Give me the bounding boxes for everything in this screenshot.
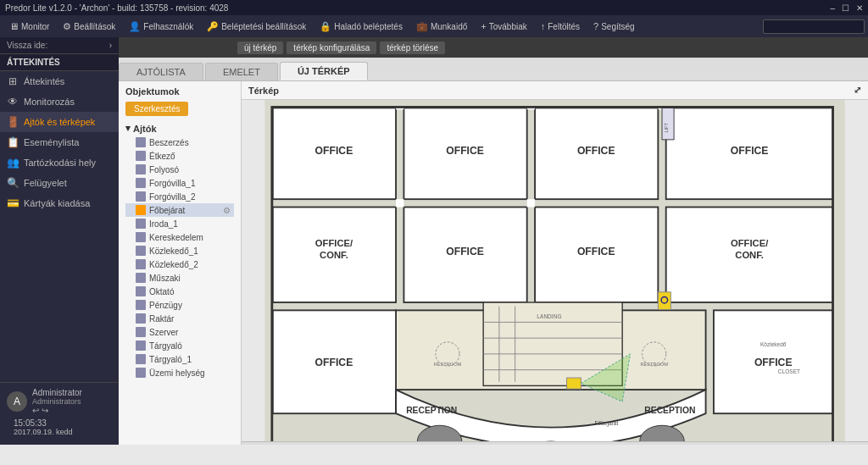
delete-map-button[interactable]: térkép törlése (380, 42, 445, 54)
tree-item-kozlekedo1[interactable]: Közlekedő_1 (125, 244, 234, 257)
date-display: 2017.09.19. kedd (14, 428, 105, 436)
tree-item-iroda1[interactable]: Iroda_1 (125, 217, 234, 230)
tree-item-folyoso[interactable]: Folyosó (125, 163, 234, 176)
tree-item-forgovilla1[interactable]: Forgóvilla_1 (125, 176, 234, 190)
tab-new-map[interactable]: ÚJ TÉRKÉP (280, 62, 368, 80)
main-layout: Vissza ide: › ÁTTEKINTÉS ⊞ Áttekintés 👁 … (0, 37, 868, 445)
door-item-icon (136, 327, 146, 337)
sidebar-item-location[interactable]: 👥 Tartózkodási hely (0, 152, 119, 173)
tree-group-doors: ▾ Ajtók Beszerzés Étkező (119, 119, 241, 381)
search-input[interactable] (763, 19, 865, 34)
minimize-button[interactable]: – (830, 3, 835, 13)
sidebar-item-supervision[interactable]: 🔍 Felügyelet (0, 173, 119, 193)
user-actions: ↩ ↪ (32, 406, 82, 415)
tree-group-label[interactable]: ▾ Ajtók (125, 121, 234, 136)
list-icon: 📋 (7, 136, 19, 148)
close-button[interactable]: ✕ (856, 3, 863, 13)
tree-item-penzugy[interactable]: Pénzügy (125, 298, 234, 312)
tree-item-etkezo[interactable]: Étkező (125, 149, 234, 163)
nav-worktime-label: Munkaidő (431, 22, 467, 31)
tree-item-targyalo1[interactable]: Tárgyaló_1 (125, 352, 234, 366)
nav-users-label: Felhasználók (143, 22, 193, 31)
tree-item-szerver[interactable]: Szerver (125, 325, 234, 339)
tree-item-raktar[interactable]: Raktár (125, 312, 234, 325)
nav-access-settings[interactable]: 🔑 Beléptetési beállítások (201, 19, 312, 34)
zoom-slider[interactable] (793, 445, 861, 446)
svg-text:OFFICE: OFFICE (315, 145, 353, 157)
bottom-bar: Nagyítás: (242, 441, 868, 445)
plus-icon: + (481, 21, 486, 31)
key-icon: 🔑 (207, 21, 219, 32)
avatar: A (7, 391, 27, 412)
door-item-icon (136, 300, 146, 310)
sidebar-item-doors-maps[interactable]: 🚪 Ajtók és térképek (0, 112, 119, 132)
sidebar-label-cards: Kártyák kiadása (24, 198, 90, 208)
tree-item-kereskedelem[interactable]: Kereskedelem (125, 230, 234, 244)
map-canvas[interactable]: LANDING RESTROOM RESTROOM Közlekedő CLOS… (242, 100, 868, 441)
tree-item-uzemi[interactable]: Üzemi helység (125, 366, 234, 379)
sidebar-item-monitoring[interactable]: 👁 Monitorozás (0, 91, 119, 112)
lock-icon: 🔒 (320, 21, 331, 32)
nav-advanced-label: Haladó beléptetés (334, 22, 403, 31)
nav-upload[interactable]: ↑ Feltöltés (535, 19, 586, 33)
nav-access-label: Beléptetési beállítások (221, 22, 306, 31)
edit-button[interactable]: Szerkesztés (125, 102, 188, 116)
svg-text:OFFICE: OFFICE (577, 145, 615, 157)
users-icon: 👤 (129, 21, 141, 32)
tree-item-oktato[interactable]: Oktató (125, 285, 234, 298)
nav-more[interactable]: + Továbbiak (475, 19, 532, 33)
svg-text:CLOSET: CLOSET (778, 368, 800, 374)
tree-item-kozlekedo2[interactable]: Közlekedő_2 (125, 257, 234, 271)
door-item-icon (136, 219, 146, 229)
tree-item-targyalo[interactable]: Tárgyaló (125, 339, 234, 352)
svg-text:OFFICE: OFFICE (731, 145, 769, 157)
tree-item-muszaki[interactable]: Műszaki (125, 271, 234, 285)
door-item-icon (136, 191, 146, 202)
nav-help[interactable]: ? Segítség (587, 19, 641, 33)
tab-door-list[interactable]: AJTÓLISTA (119, 63, 203, 80)
monitor-icon: 🖥 (9, 21, 19, 31)
nav-users[interactable]: 👤 Felhasználók (123, 19, 199, 34)
sidebar-item-events[interactable]: 📋 Eseménylista (0, 132, 119, 152)
expand-icon[interactable]: ⤢ (854, 85, 861, 96)
tree-item-fobejarat[interactable]: Főbejárat ⚙ (125, 203, 234, 217)
sidebar-back[interactable]: Vissza ide: › (0, 37, 119, 54)
svg-text:Főbejárat: Főbejárat (595, 420, 619, 427)
sidebar-label-overview: Áttekintés (24, 76, 64, 86)
worktime-icon: 💼 (416, 21, 428, 32)
door-item-icon (136, 178, 146, 188)
new-map-button[interactable]: új térkép (237, 42, 283, 54)
tab-floor[interactable]: EMELET (205, 63, 278, 80)
door-item-icon (136, 273, 146, 283)
expand-icon: ▾ (125, 123, 131, 134)
door-item-icon (136, 205, 146, 215)
door-item-icon (136, 232, 146, 242)
svg-text:LANDING: LANDING (537, 313, 561, 319)
nav-more-label: Továbbiak (489, 22, 527, 31)
gear-icon: ⚙ (223, 206, 231, 215)
sidebar-item-cards[interactable]: 💳 Kártyák kiadása (0, 193, 119, 213)
svg-rect-35 (658, 292, 670, 310)
nav-monitor[interactable]: 🖥 Monitor (3, 19, 55, 33)
sidebar-item-overview[interactable]: ⊞ Áttekintés (0, 71, 119, 91)
top-nav: 🖥 Monitor ⚙ Beállítások 👤 Felhasználók 🔑… (0, 15, 868, 37)
nav-settings[interactable]: ⚙ Beállítások (57, 19, 121, 34)
svg-text:LIFT: LIFT (664, 122, 669, 132)
app-title: Predor Lite v1.2.0 - 'Archon' - build: 1… (5, 3, 228, 13)
tree-item-beszerzés[interactable]: Beszerzés (125, 136, 234, 149)
svg-text:RECEPTION: RECEPTION (406, 406, 457, 415)
location-icon: 👥 (7, 157, 19, 169)
svg-text:RECEPTION: RECEPTION (644, 406, 695, 415)
door-icon: 🚪 (7, 116, 19, 128)
config-map-button[interactable]: térkép konfigurálása (287, 42, 376, 54)
nav-worktime[interactable]: 💼 Munkaidő (410, 19, 473, 34)
back-label: Vissza ide: (7, 41, 47, 50)
user-name: Administrator (32, 388, 82, 397)
tree-item-forgovilla2[interactable]: Forgóvilla_2 (125, 190, 234, 203)
svg-text:OFFICE/: OFFICE/ (315, 238, 353, 248)
settings-icon: ⚙ (63, 21, 71, 32)
overview-icon: ⊞ (7, 75, 19, 87)
sidebar-label-supervision: Felügyelet (24, 178, 67, 188)
nav-advanced[interactable]: 🔒 Haladó beléptetés (314, 19, 409, 34)
restore-button[interactable]: ☐ (842, 3, 849, 13)
